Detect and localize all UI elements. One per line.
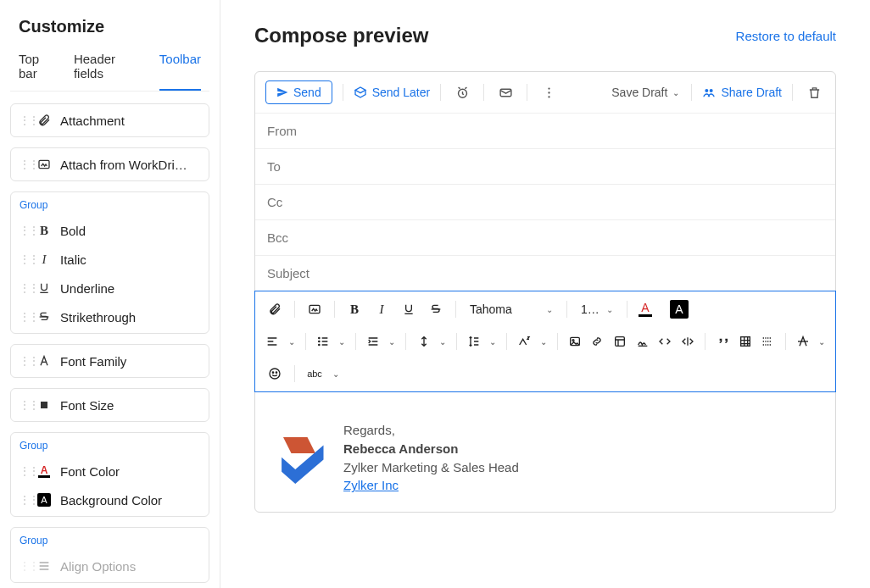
- row-align-options[interactable]: ⋮⋮ Align Options: [11, 550, 209, 582]
- chevron-down-icon[interactable]: ⌄: [337, 337, 347, 347]
- template-button[interactable]: [611, 330, 629, 352]
- svg-rect-1: [41, 402, 47, 408]
- chevron-down-icon[interactable]: ⌄: [387, 337, 397, 347]
- row-label: Align Options: [60, 559, 200, 574]
- chevron-down-icon[interactable]: ⌄: [438, 337, 448, 347]
- underline-button[interactable]: [398, 298, 420, 320]
- more-options-button[interactable]: [538, 81, 560, 103]
- drag-handle-icon[interactable]: ⋮⋮: [20, 115, 28, 125]
- svg-point-6: [548, 96, 549, 97]
- bold-button[interactable]: B: [343, 298, 365, 320]
- chevron-down-icon[interactable]: ⌄: [488, 337, 498, 347]
- chevron-down-icon[interactable]: ⌄: [331, 369, 341, 379]
- restore-default-link[interactable]: Restore to default: [736, 29, 836, 43]
- link-button[interactable]: [588, 330, 606, 352]
- drag-handle-icon[interactable]: ⋮⋮: [20, 283, 28, 293]
- save-draft-button[interactable]: Save Draft ⌄: [611, 86, 681, 99]
- background-color-button[interactable]: A: [670, 300, 689, 319]
- hr-button[interactable]: [759, 330, 777, 352]
- image-inline-button[interactable]: [566, 330, 583, 352]
- font-size-icon: [36, 397, 52, 413]
- code-button[interactable]: [656, 330, 674, 352]
- chevron-down-icon[interactable]: ⌄: [817, 337, 827, 347]
- drag-handle-icon[interactable]: ⋮⋮: [20, 561, 28, 571]
- drag-handle-icon[interactable]: ⋮⋮: [20, 495, 28, 505]
- send-button[interactable]: Send: [265, 80, 332, 104]
- emoji-button[interactable]: [264, 363, 286, 385]
- drag-handle-icon[interactable]: ⋮⋮: [20, 356, 28, 366]
- block-attach-workdrive[interactable]: ⋮⋮ Attach from WorkDri…: [10, 147, 209, 181]
- quote-button[interactable]: [714, 330, 732, 352]
- svg-point-19: [276, 372, 276, 373]
- row-bold[interactable]: ⋮⋮ B Bold: [11, 214, 209, 247]
- insert-image-button[interactable]: [304, 298, 326, 320]
- chevron-down-icon: ⌄: [546, 305, 553, 314]
- row-strikethrough[interactable]: ⋮⋮ Strikethrough: [11, 304, 209, 333]
- row-label: Font Color: [60, 464, 200, 479]
- discard-button[interactable]: [803, 81, 825, 103]
- block-font-size[interactable]: ⋮⋮ Font Size: [10, 388, 209, 422]
- row-label: Strikethrough: [60, 310, 200, 325]
- signature-company-link[interactable]: Zylker Inc: [343, 476, 519, 495]
- plaintext-button[interactable]: [678, 330, 696, 352]
- block-attachment[interactable]: ⋮⋮ Attachment: [10, 103, 209, 137]
- read-receipt-icon-button[interactable]: [494, 81, 516, 103]
- row-background-color[interactable]: ⋮⋮ A Background Color: [11, 487, 209, 516]
- drag-handle-icon[interactable]: ⋮⋮: [20, 466, 28, 476]
- tab-header-fields[interactable]: Header fields: [74, 52, 144, 91]
- share-draft-button[interactable]: Share Draft: [702, 86, 782, 99]
- row-italic[interactable]: ⋮⋮ I Italic: [11, 247, 209, 275]
- send-later-button[interactable]: Send Later: [354, 86, 431, 99]
- tab-top-bar[interactable]: Top bar: [19, 52, 59, 91]
- align-button[interactable]: [264, 330, 282, 352]
- svg-point-4: [548, 87, 549, 89]
- from-field[interactable]: From: [255, 113, 835, 148]
- direction-button[interactable]: [415, 330, 432, 352]
- svg-rect-16: [740, 337, 750, 347]
- subject-field[interactable]: Subject: [255, 255, 835, 291]
- bold-icon: B: [36, 223, 52, 238]
- block-font-family[interactable]: ⋮⋮ Font Family: [10, 344, 209, 378]
- cc-field[interactable]: Cc: [255, 184, 835, 219]
- chevron-down-icon[interactable]: ⌄: [538, 337, 549, 347]
- attachment-button[interactable]: [264, 298, 286, 320]
- table-button[interactable]: [737, 330, 755, 352]
- row-font-color[interactable]: ⋮⋮ A Font Color: [11, 455, 209, 487]
- group-label: Group: [11, 433, 209, 455]
- signature-regards: Regards,: [343, 421, 519, 440]
- font-family-select[interactable]: Tahoma ⌄: [465, 300, 558, 319]
- list-button[interactable]: [314, 330, 332, 352]
- indent-button[interactable]: [365, 330, 382, 352]
- svg-point-8: [710, 89, 713, 92]
- font-size-select[interactable]: 1… ⌄: [576, 300, 618, 319]
- superscript-button[interactable]: [516, 330, 533, 352]
- row-underline[interactable]: ⋮⋮ Underline: [11, 275, 209, 304]
- share-draft-label: Share Draft: [721, 86, 782, 99]
- drag-handle-icon[interactable]: ⋮⋮: [20, 225, 28, 236]
- separator: [792, 84, 793, 101]
- font-color-button[interactable]: A: [636, 300, 655, 319]
- signature-button[interactable]: [633, 330, 651, 352]
- drag-handle-icon[interactable]: ⋮⋮: [20, 400, 28, 410]
- spellcheck-button[interactable]: abc: [304, 363, 326, 385]
- drag-handle-icon[interactable]: ⋮⋮: [20, 159, 28, 169]
- to-field[interactable]: To: [255, 148, 835, 184]
- customize-sidebar: Customize Top bar Header fields Toolbar …: [0, 0, 220, 588]
- row-label: Background Color: [60, 493, 200, 508]
- clear-format-button[interactable]: [795, 330, 812, 352]
- drag-handle-icon[interactable]: ⋮⋮: [20, 254, 28, 264]
- send-later-icon: [354, 86, 367, 99]
- row-label: Attach from WorkDri…: [60, 158, 200, 172]
- font-size-value: 1…: [581, 302, 601, 316]
- strikethrough-button[interactable]: [425, 298, 447, 320]
- svg-point-5: [548, 92, 549, 93]
- italic-button[interactable]: I: [371, 298, 393, 320]
- chevron-down-icon[interactable]: ⌄: [287, 337, 297, 347]
- bcc-field[interactable]: Bcc: [255, 219, 835, 255]
- reminder-icon-button[interactable]: [451, 81, 473, 103]
- svg-rect-15: [616, 337, 625, 347]
- page-title: Compose preview: [254, 24, 428, 47]
- line-height-button[interactable]: [466, 330, 483, 352]
- drag-handle-icon[interactable]: ⋮⋮: [20, 312, 28, 322]
- tab-toolbar[interactable]: Toolbar: [159, 52, 201, 91]
